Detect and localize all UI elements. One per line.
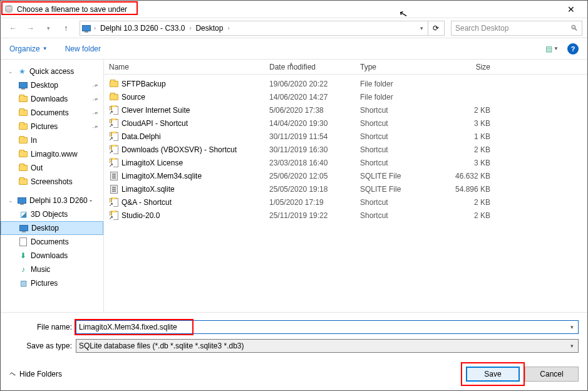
- window-title: Choose a filename to save under: [17, 5, 559, 14]
- sidebar-item[interactable]: Screenshots: [1, 175, 103, 189]
- file-type: Shortcut: [360, 145, 435, 154]
- file-row[interactable]: Clever Internet Suite 5/06/2020 17:38 Sh…: [104, 103, 587, 117]
- star-icon: ★: [17, 66, 27, 76]
- sidebar-item[interactable]: Desktop: [1, 221, 103, 235]
- col-name[interactable]: Name: [109, 63, 269, 71]
- close-button[interactable]: ✕: [559, 1, 584, 18]
- button-row: ヘ Hide Folders Save Cancel: [9, 367, 579, 382]
- file-icon: [109, 105, 119, 115]
- file-row[interactable]: Downloads (VBOXSVR) - Shortcut 30/11/201…: [104, 143, 587, 156]
- file-row[interactable]: SFTPBackup 19/06/2020 20:22 File folder: [104, 77, 587, 90]
- sidebar-item[interactable]: Downloads 📌︎: [1, 92, 103, 106]
- cancel-button[interactable]: Cancel: [525, 367, 579, 382]
- item-icon: [18, 278, 28, 288]
- breadcrumb[interactable]: › Delphi 10.3 D260 - C33.0 › Desktop › ▾…: [80, 21, 445, 36]
- sidebar-item[interactable]: Documents: [1, 235, 103, 249]
- file-size: 46.632 KB: [435, 172, 498, 180]
- file-name: Source: [121, 93, 145, 102]
- col-type[interactable]: Type: [360, 63, 435, 71]
- file-name: LimagitoX.sqlite: [121, 185, 175, 194]
- file-type: Shortcut: [360, 106, 435, 115]
- file-icon: [109, 171, 119, 181]
- filetype-label: Save as type:: [9, 341, 72, 350]
- back-button[interactable]: ←: [6, 21, 21, 36]
- file-date: 25/11/2019 19:22: [269, 211, 360, 220]
- breadcrumb-seg[interactable]: Desktop: [193, 24, 225, 33]
- file-size: 2 KB: [435, 198, 498, 207]
- folder-icon: [18, 135, 28, 145]
- file-size: 3 KB: [435, 159, 498, 167]
- sidebar-item-label: Documents: [31, 237, 69, 246]
- breadcrumb-seg[interactable]: Delphi 10.3 D260 - C33.0: [98, 24, 187, 33]
- sidebar-item[interactable]: Documents 📌︎: [1, 106, 103, 120]
- chevron-right-icon: ›: [188, 25, 192, 31]
- file-row[interactable]: LimagitoX.sqlite 25/05/2020 19:18 SQLITE…: [104, 182, 587, 196]
- file-icon: [109, 184, 119, 194]
- folder-icon: [18, 122, 28, 132]
- sidebar-item[interactable]: Pictures: [1, 276, 103, 290]
- file-date: 14/04/2020 19:30: [269, 119, 360, 128]
- search-input[interactable]: Search Desktop 🔍︎: [451, 21, 582, 36]
- breadcrumb-dropdown[interactable]: ▾: [416, 21, 426, 35]
- filename-row: File name: ▾: [9, 320, 579, 334]
- sidebar-item[interactable]: In: [1, 133, 103, 147]
- hide-folders-button[interactable]: ヘ Hide Folders: [9, 370, 62, 378]
- file-row[interactable]: LimagitoX.Mem34.sqlite 25/06/2020 12:05 …: [104, 169, 587, 182]
- sidebar-item[interactable]: Pictures 📌︎: [1, 120, 103, 133]
- recent-dropdown[interactable]: ▾: [41, 21, 56, 36]
- sidebar-drive[interactable]: ⌄ Delphi 10.3 D260 -: [1, 194, 103, 207]
- sidebar-item-label: Desktop: [31, 224, 59, 232]
- main-area: ⌄ ★ Quick access Desktop 📌︎ Downloads 📌︎…: [1, 60, 587, 312]
- folder-icon: [18, 94, 28, 104]
- sidebar-item-label: Out: [31, 164, 43, 172]
- sidebar-item-label: 3D Objects: [31, 210, 68, 219]
- sidebar-item[interactable]: ⬇ Downloads: [1, 249, 103, 263]
- file-row[interactable]: Studio-20.0 25/11/2019 19:22 Shortcut 2 …: [104, 209, 587, 222]
- col-size[interactable]: Size: [435, 63, 498, 71]
- file-icon: [109, 158, 119, 168]
- refresh-button[interactable]: ⟳: [428, 21, 443, 35]
- view-options-button[interactable]: ▤▼: [545, 44, 559, 53]
- file-date: 1/05/2020 17:19: [269, 198, 360, 207]
- sidebar: ⌄ ★ Quick access Desktop 📌︎ Downloads 📌︎…: [1, 60, 104, 312]
- sidebar-item[interactable]: 3D Objects: [1, 207, 103, 221]
- col-date[interactable]: Date modified: [269, 63, 360, 71]
- folder-icon: [18, 149, 28, 159]
- file-date: 30/11/2019 16:30: [269, 145, 360, 154]
- folder-icon: [18, 108, 28, 118]
- item-icon: [19, 223, 29, 233]
- file-type: Shortcut: [360, 119, 435, 128]
- file-row[interactable]: LimagitoX License 23/03/2018 16:40 Short…: [104, 156, 587, 169]
- column-headers: ▲ Name Date modified Type Size: [104, 60, 587, 75]
- search-icon: 🔍︎: [570, 24, 578, 33]
- file-name: Q&A - Shortcut: [121, 198, 172, 207]
- sidebar-item[interactable]: Out: [1, 161, 103, 175]
- help-icon[interactable]: ?: [567, 43, 579, 55]
- sidebar-item[interactable]: Desktop 📌︎: [1, 78, 103, 92]
- save-button[interactable]: Save: [466, 367, 520, 382]
- sidebar-item[interactable]: Limagito.www: [1, 147, 103, 161]
- item-icon: ⬇: [18, 251, 28, 261]
- file-type: File folder: [360, 80, 435, 88]
- file-row[interactable]: Source 14/06/2020 14:27 File folder: [104, 90, 587, 103]
- file-icon: [109, 145, 119, 155]
- toolbar: Organize▼ New folder ▤▼ ?: [1, 38, 587, 60]
- sidebar-item-label: Downloads: [31, 95, 68, 103]
- titlebar: Choose a filename to save under ✕: [1, 1, 587, 18]
- sidebar-quick-access[interactable]: ⌄ ★ Quick access: [1, 65, 103, 78]
- monitor-icon: [81, 23, 91, 33]
- sidebar-item[interactable]: Music: [1, 263, 103, 276]
- dropdown-icon[interactable]: ▾: [567, 322, 577, 332]
- filetype-select[interactable]: SQLite database files (*.db *.sqlite *.s…: [76, 339, 579, 353]
- file-row[interactable]: CloudAPI - Shortcut 14/04/2020 19:30 Sho…: [104, 117, 587, 130]
- filename-input[interactable]: ▾: [76, 320, 579, 334]
- dropdown-icon[interactable]: ▾: [567, 341, 577, 351]
- up-button[interactable]: ↑: [58, 21, 73, 36]
- file-row[interactable]: Data.Delphi 30/11/2019 11:54 Shortcut 1 …: [104, 130, 587, 143]
- organize-menu[interactable]: Organize▼: [9, 44, 48, 53]
- filetype-row: Save as type: SQLite database files (*.d…: [9, 339, 579, 353]
- file-name: LimagitoX.Mem34.sqlite: [121, 172, 202, 180]
- file-row[interactable]: Q&A - Shortcut 1/05/2020 17:19 Shortcut …: [104, 196, 587, 209]
- new-folder-button[interactable]: New folder: [65, 44, 101, 53]
- filename-field[interactable]: [79, 323, 575, 331]
